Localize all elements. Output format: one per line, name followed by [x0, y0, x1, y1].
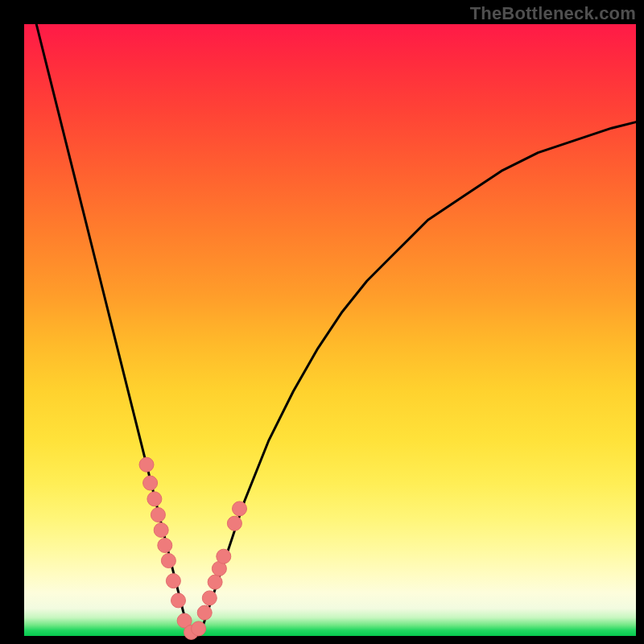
- sample-point: [208, 575, 222, 589]
- sample-point: [171, 593, 186, 608]
- sample-point: [197, 605, 212, 620]
- sample-point: [233, 502, 247, 516]
- sample-point: [202, 591, 217, 605]
- sample-point: [139, 457, 154, 472]
- sample-point: [161, 554, 175, 568]
- sample-point: [143, 476, 158, 490]
- sample-point-markers: [139, 457, 247, 639]
- sample-point: [166, 574, 180, 588]
- chart-overlay: [24, 24, 636, 636]
- bottleneck-curve: [36, 24, 636, 636]
- sample-point: [192, 621, 206, 636]
- sample-point: [158, 539, 172, 553]
- watermark-label: TheBottleneck.com: [470, 3, 636, 24]
- sample-point: [147, 492, 162, 506]
- sample-point: [154, 523, 168, 538]
- sample-point: [151, 508, 165, 522]
- sample-point: [227, 516, 242, 530]
- chart-frame: TheBottleneck.com: [0, 0, 644, 644]
- sample-point: [217, 549, 231, 564]
